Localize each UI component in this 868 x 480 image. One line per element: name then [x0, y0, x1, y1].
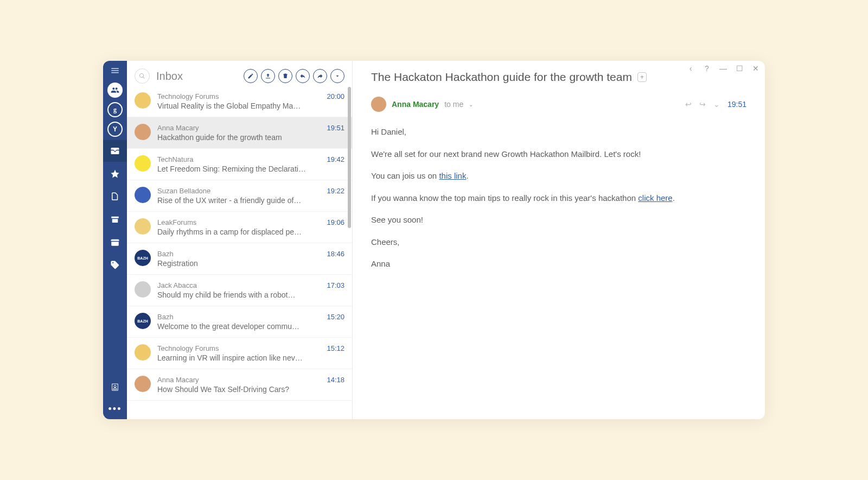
account-yahoo-icon[interactable]: Y	[107, 122, 123, 137]
message-avatar	[135, 155, 151, 172]
forward-icon[interactable]: ↪	[699, 100, 706, 109]
message-avatar	[135, 281, 151, 298]
email-meta-row: Anna Macary to me ⌄ ↩ ↪ ⌄ 19:51	[353, 97, 765, 112]
join-link[interactable]: this link	[439, 171, 466, 180]
message-row[interactable]: Anna Macary 19:51 Hackathon guide for th…	[127, 117, 352, 149]
delete-button[interactable]	[278, 69, 292, 83]
email-body: Hi Daniel, We're all set for our next br…	[353, 112, 765, 294]
message-subject: Rise of the UX writer - a friendly guide…	[157, 196, 344, 205]
nav-sent[interactable]	[103, 231, 127, 253]
message-avatar	[135, 124, 151, 140]
recipient-label: to me	[444, 100, 463, 109]
list-toolbar	[244, 69, 344, 83]
message-time: 20:00	[327, 92, 344, 100]
message-sender: Bazh	[157, 250, 174, 258]
account-unified-icon[interactable]	[107, 83, 123, 98]
message-row[interactable]: LeakForums 19:06 Daily rhythms in a camp…	[127, 212, 352, 243]
message-avatar	[135, 187, 151, 203]
body-paragraph: See you soon!	[371, 214, 746, 226]
archive-button[interactable]	[261, 69, 275, 83]
message-list: Technology Forums 20:00 Virtual Reality …	[127, 86, 352, 419]
message-avatar	[135, 92, 151, 109]
message-list-column: Inbox Technology Forums 20:00 Virtual Re…	[127, 61, 353, 419]
hamburger-menu-button[interactable]	[103, 63, 127, 78]
sender-avatar	[371, 97, 386, 112]
back-button[interactable]: ‹	[687, 64, 694, 73]
close-button[interactable]: ✕	[752, 64, 760, 73]
more-icon[interactable]: ⌄	[713, 100, 720, 109]
maximize-button[interactable]: ☐	[736, 64, 743, 73]
message-time: 18:46	[327, 250, 344, 258]
message-row[interactable]: TechNatura 19:42 Let Freedom Sing: Remix…	[127, 149, 352, 180]
message-sender: LeakForums	[157, 218, 196, 226]
nav-inbox[interactable]	[103, 140, 127, 162]
message-time: 17:03	[327, 281, 344, 289]
message-time: 19:22	[327, 187, 344, 195]
app-window: g Y ••• Inbox	[103, 61, 765, 419]
message-time: 19:42	[327, 155, 344, 163]
email-subject-text: The Hackaton Hackathon guide for the gro…	[371, 71, 632, 84]
message-subject: How Should We Tax Self-Driving Cars?	[157, 385, 344, 394]
nav-contacts[interactable]	[103, 376, 127, 398]
message-subject: Registration	[157, 259, 344, 268]
message-subject: Should my child be friends with a robot…	[157, 290, 344, 299]
message-time: 15:20	[327, 313, 344, 321]
message-sender: Bazh	[157, 313, 174, 321]
search-button[interactable]	[135, 68, 150, 84]
expand-recipients-button[interactable]: ⌄	[469, 102, 473, 108]
nav-drafts[interactable]	[103, 186, 127, 207]
nav-tags[interactable]	[103, 254, 127, 276]
message-subject: Daily rhythms in a camp for displaced pe…	[157, 228, 344, 236]
sender-name: Anna Macary	[392, 100, 439, 109]
message-subject: Learning in VR will inspire action like …	[157, 353, 344, 362]
minimize-button[interactable]: —	[719, 64, 727, 73]
message-avatar: BAZH	[135, 313, 151, 329]
body-paragraph: You can jois us on this link.	[371, 170, 746, 182]
reply-button[interactable]	[296, 69, 310, 83]
message-avatar	[135, 344, 151, 361]
message-time: 14:18	[327, 376, 344, 384]
folder-title: Inbox	[156, 70, 183, 83]
reply-icon[interactable]: ↩	[685, 100, 692, 109]
window-controls: ‹ ? — ☐ ✕	[687, 64, 760, 73]
message-row[interactable]: Anna Macary 14:18 How Should We Tax Self…	[127, 369, 352, 401]
message-time: 15:12	[327, 344, 344, 352]
message-subject: Virtual Reality is the Global Empathy Ma…	[157, 102, 344, 110]
nav-archive[interactable]	[103, 209, 127, 230]
message-row[interactable]: Technology Forums 15:12 Learning in VR w…	[127, 338, 352, 369]
message-row[interactable]: Technology Forums 20:00 Virtual Reality …	[127, 86, 352, 117]
message-row[interactable]: BAZH Bazh 15:20 Welcome to the great dev…	[127, 306, 352, 338]
body-paragraph: If you wanna know the top main tips to r…	[371, 192, 746, 205]
body-paragraph: Anna	[371, 258, 746, 270]
message-subject: Hackathon guide for the growth team	[157, 133, 344, 142]
scrollbar[interactable]	[348, 87, 351, 228]
compose-button[interactable]	[244, 69, 258, 83]
message-sender: Anna Macary	[157, 124, 199, 132]
email-time: 19:51	[727, 100, 746, 109]
message-avatar: BAZH	[135, 250, 151, 266]
message-sender: Jack Abacca	[157, 281, 197, 289]
forward-button[interactable]	[313, 69, 327, 83]
message-avatar	[135, 376, 151, 392]
more-options-button[interactable]: •••	[108, 403, 122, 415]
list-header: Inbox	[127, 61, 352, 86]
add-label-button[interactable]: +	[637, 72, 647, 82]
message-row[interactable]: Jack Abacca 17:03 Should my child be fri…	[127, 275, 352, 306]
body-paragraph: Cheers,	[371, 236, 746, 249]
tips-link[interactable]: click here	[638, 193, 672, 203]
message-sender: Technology Forums	[157, 344, 219, 352]
message-time: 19:51	[327, 124, 344, 132]
message-sender: Anna Macary	[157, 376, 199, 384]
sidebar: g Y •••	[103, 61, 127, 419]
more-dropdown-button[interactable]	[330, 69, 344, 83]
message-avatar	[135, 218, 151, 235]
message-sender: Technology Forums	[157, 92, 219, 100]
help-button[interactable]: ?	[703, 64, 711, 73]
nav-starred[interactable]	[103, 163, 127, 185]
message-row[interactable]: Suzan Belladone 19:22 Rise of the UX wri…	[127, 180, 352, 212]
account-google-icon[interactable]: g	[107, 102, 123, 117]
message-row[interactable]: BAZH Bazh 18:46 Registration	[127, 243, 352, 275]
body-paragraph: We're all set for our next brand new Gro…	[371, 148, 746, 161]
message-sender: Suzan Belladone	[157, 187, 210, 195]
email-actions: ↩ ↪ ⌄ 19:51	[685, 100, 746, 109]
